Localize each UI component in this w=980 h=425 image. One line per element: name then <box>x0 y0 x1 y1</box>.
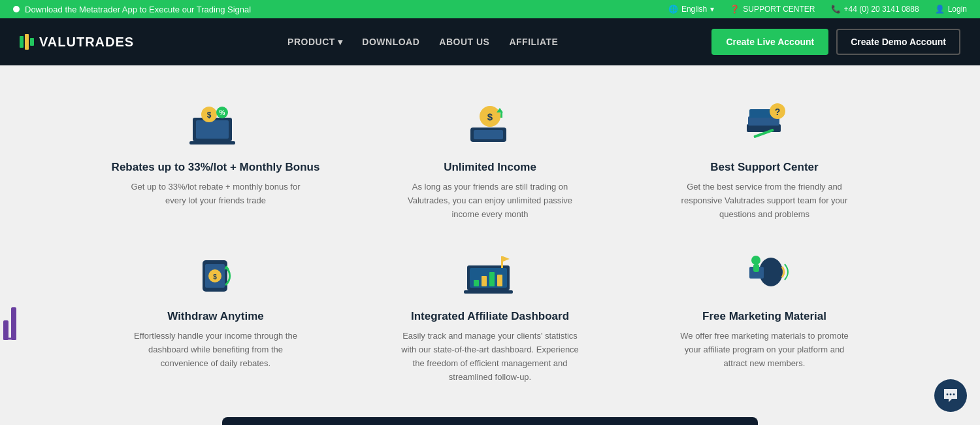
top-bar-right: 🌐 English ▾ ❓ SUPPORT CENTER 📞 +44 (0) 2… <box>668 5 967 14</box>
login-link[interactable]: 👤 Login <box>935 5 967 14</box>
logo-bar-3 <box>30 38 34 46</box>
withdraw-desc: Effortlessly handle your income through … <box>124 330 307 370</box>
announcement-bar: Download the Metatrader App to Execute o… <box>13 5 251 14</box>
nav-download-label: DOWNLOAD <box>362 37 419 47</box>
marketing-icon <box>735 247 794 299</box>
svg-point-41 <box>953 394 955 396</box>
rebates-desc: Get up to 33%/lot rebate + monthly bonus… <box>124 180 307 208</box>
side-logo-icon <box>0 301 36 343</box>
nav-download[interactable]: DOWNLOAD <box>362 37 419 47</box>
support-label: SUPPORT CENTER <box>743 5 815 14</box>
language-selector[interactable]: 🌐 English ▾ <box>668 5 714 14</box>
nav-affiliate[interactable]: AFFILIATE <box>509 37 558 47</box>
svg-rect-12 <box>500 112 502 118</box>
feature-marketing: Free Marketing Material We offer free ma… <box>647 247 882 384</box>
svg-rect-26 <box>474 280 479 286</box>
navbar: VALUTRADES PRODUCT ▾ DOWNLOAD ABOUT US A… <box>0 18 980 65</box>
dashboard-icon <box>461 247 519 299</box>
support-title: Best Support Center <box>710 161 818 174</box>
cta-section: Invite as many friends as possible to tr… <box>222 417 758 425</box>
marketing-title: Free Marketing Material <box>702 310 826 323</box>
logo-icon <box>20 34 34 50</box>
nav-affiliate-label: AFFILIATE <box>509 37 558 47</box>
svg-rect-27 <box>482 276 487 286</box>
feature-withdraw: $ Withdraw Anytime Effortlessly handle y… <box>98 247 333 384</box>
user-icon: 👤 <box>935 5 945 14</box>
support-link[interactable]: ❓ SUPPORT CENTER <box>730 5 815 14</box>
logo-bar-1 <box>20 36 24 48</box>
question-icon: ❓ <box>730 5 740 14</box>
main-content: $ % Rebates up to 33%/lot + Monthly Bonu… <box>0 65 980 425</box>
feature-income: $ Unlimited Income As long as your frien… <box>372 98 608 221</box>
phone-icon: 📞 <box>831 5 841 14</box>
svg-rect-30 <box>464 290 513 294</box>
svg-text:?: ? <box>775 107 781 117</box>
chat-icon <box>942 387 959 404</box>
income-icon: $ <box>461 98 519 150</box>
svg-rect-6 <box>189 141 235 144</box>
rebates-title: Rebates up to 33%/lot + Monthly Bonus <box>112 161 320 174</box>
nav-product-label: PRODUCT <box>287 37 335 47</box>
dashboard-title: Integrated Affiliate Dashboard <box>411 310 569 323</box>
dropdown-chevron-icon: ▾ <box>338 37 343 47</box>
notification-dot <box>13 6 20 12</box>
rebates-icon: $ % <box>186 98 245 150</box>
chat-button[interactable] <box>934 379 967 412</box>
top-bar: Download the Metatrader App to Execute o… <box>0 0 980 18</box>
svg-text:$: $ <box>207 110 212 120</box>
svg-text:%: % <box>220 109 225 116</box>
language-label: English <box>681 5 707 14</box>
create-live-account-button[interactable]: Create Live Account <box>711 29 828 55</box>
svg-rect-28 <box>489 272 495 286</box>
income-desc: As long as your friends are still tradin… <box>399 180 581 221</box>
svg-rect-38 <box>11 307 16 340</box>
svg-marker-32 <box>503 256 510 262</box>
svg-rect-31 <box>501 256 503 268</box>
svg-point-40 <box>950 394 952 396</box>
svg-text:$: $ <box>213 273 217 280</box>
support-icon: ? <box>735 98 794 150</box>
dropdown-arrow-icon: ▾ <box>710 5 714 14</box>
svg-rect-1 <box>196 120 229 139</box>
features-grid: $ % Rebates up to 33%/lot + Monthly Bonu… <box>98 98 882 384</box>
dashboard-desc: Easily track and manage your clients' st… <box>399 330 581 384</box>
create-demo-account-button[interactable]: Create Demo Account <box>836 29 960 55</box>
logo: VALUTRADES <box>20 34 134 50</box>
side-widget[interactable] <box>0 301 39 347</box>
login-label: Login <box>948 5 967 14</box>
nav-about[interactable]: ABOUT US <box>439 37 489 47</box>
nav-product[interactable]: PRODUCT ▾ <box>287 37 342 47</box>
logo-text: VALUTRADES <box>39 35 134 50</box>
globe-icon: 🌐 <box>668 5 678 14</box>
nav-links: PRODUCT ▾ DOWNLOAD ABOUT US AFFILIATE <box>287 37 558 47</box>
phone-link[interactable]: 📞 +44 (0) 20 3141 0888 <box>831 5 919 14</box>
feature-rebates: $ % Rebates up to 33%/lot + Monthly Bonu… <box>98 98 333 221</box>
phone-number: +44 (0) 20 3141 0888 <box>844 5 919 14</box>
svg-rect-36 <box>753 264 759 272</box>
withdraw-icon: $ <box>186 247 245 299</box>
svg-rect-29 <box>497 275 502 286</box>
support-desc: Get the best service from the friendly a… <box>673 180 856 221</box>
income-title: Unlimited Income <box>444 161 536 174</box>
announcement-text: Download the Metatrader App to Execute o… <box>25 5 251 14</box>
svg-rect-8 <box>474 130 503 139</box>
nav-about-label: ABOUT US <box>439 37 489 47</box>
svg-text:$: $ <box>487 111 493 122</box>
svg-rect-37 <box>3 320 8 340</box>
svg-point-39 <box>947 394 949 396</box>
withdraw-title: Withdraw Anytime <box>167 310 264 323</box>
svg-point-35 <box>751 256 760 265</box>
feature-support: ? Best Support Center Get the best servi… <box>647 98 882 221</box>
marketing-desc: We offer free marketing materials to pro… <box>673 330 856 370</box>
feature-dashboard: Integrated Affiliate Dashboard Easily tr… <box>372 247 608 384</box>
logo-bar-2 <box>25 34 29 50</box>
nav-actions: Create Live Account Create Demo Account <box>711 29 960 55</box>
